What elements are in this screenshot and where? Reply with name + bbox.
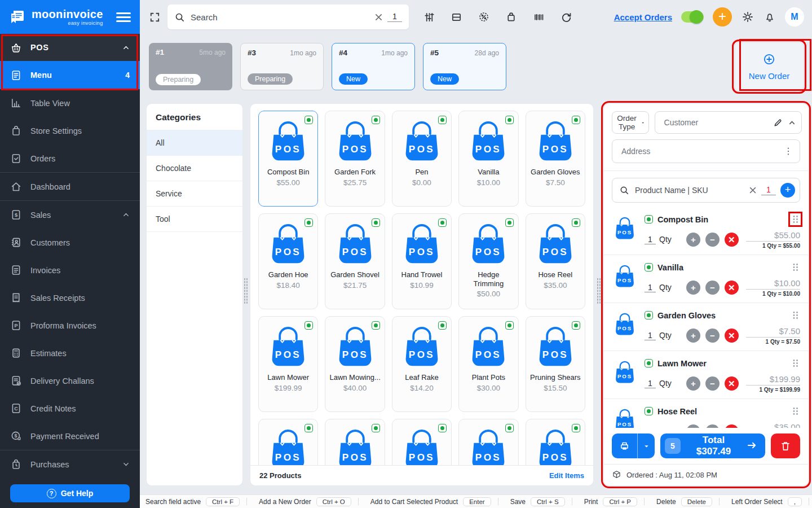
product-card-partial[interactable]: POS bbox=[392, 419, 452, 465]
accept-orders-link[interactable]: Accept Orders bbox=[614, 12, 672, 22]
product-card-pen[interactable]: POS Pen $0.00 bbox=[392, 111, 452, 207]
decrease-qty-button[interactable]: − bbox=[705, 233, 720, 247]
category-all[interactable]: All bbox=[147, 130, 242, 156]
get-help-button[interactable]: ? Get Help bbox=[10, 484, 130, 502]
category-service[interactable]: Service bbox=[147, 181, 242, 207]
refresh-icon[interactable] bbox=[561, 11, 572, 23]
increase-qty-button[interactable]: + bbox=[686, 376, 700, 391]
remove-item-button[interactable]: ✕ bbox=[725, 281, 739, 295]
decrease-qty-button[interactable]: − bbox=[705, 329, 720, 343]
quantity-input[interactable]: 1 bbox=[645, 283, 656, 292]
edit-items-link[interactable]: Edit Items bbox=[549, 471, 584, 480]
total-button[interactable]: 5 Total $307.49 bbox=[660, 433, 765, 458]
remove-item-button[interactable]: ✕ bbox=[725, 329, 739, 343]
print-options-button[interactable] bbox=[638, 433, 655, 458]
product-card-garden-gloves[interactable]: POS Garden Gloves $7.50 bbox=[526, 111, 585, 207]
quantity-field[interactable]: 1 Qty bbox=[645, 283, 672, 292]
product-card-partial[interactable]: POS bbox=[526, 419, 585, 465]
remove-item-button[interactable]: ✕ bbox=[725, 376, 739, 391]
sidebar-item-table-view[interactable]: Table View bbox=[0, 89, 140, 117]
product-card-lawn-mower[interactable]: POS Lawn Mower $199.99 bbox=[258, 316, 318, 412]
panel-resize-handle-left[interactable] bbox=[244, 278, 248, 304]
delete-order-button[interactable] bbox=[771, 433, 800, 458]
clear-search-icon[interactable] bbox=[374, 13, 383, 21]
quantity-input[interactable]: 1 bbox=[645, 235, 656, 244]
decrease-qty-button[interactable]: − bbox=[705, 376, 720, 391]
quantity-field[interactable]: 1 Qty bbox=[645, 235, 672, 244]
address-field[interactable]: ⋮ bbox=[612, 139, 800, 163]
sidebar-item-orders[interactable]: Orders bbox=[0, 144, 140, 172]
panel-resize-handle-right[interactable] bbox=[597, 278, 601, 304]
product-search-box[interactable]: 1 + bbox=[612, 178, 800, 203]
product-search-input[interactable] bbox=[634, 185, 744, 195]
sidebar-item-sales[interactable]: $ Sales bbox=[0, 201, 140, 229]
product-card-vanilla[interactable]: POS Vanilla $10.00 bbox=[458, 111, 518, 207]
sidebar-item-pos[interactable]: POS bbox=[0, 34, 140, 61]
notifications-bell-icon[interactable] bbox=[764, 11, 776, 23]
product-card-lawn-mowing[interactable]: POS Lawn Mowing... $40.00 bbox=[325, 316, 385, 412]
product-card-garden-fork[interactable]: POS Garden Fork $25.75 bbox=[325, 111, 385, 207]
product-card-partial[interactable]: POS bbox=[325, 419, 385, 465]
rows-layout-icon[interactable] bbox=[451, 11, 462, 23]
product-card-pruning-shears[interactable]: POS Pruning Shears $15.50 bbox=[526, 316, 585, 412]
edit-customer-pencil-icon[interactable] bbox=[773, 118, 783, 128]
quantity-field[interactable]: 1 Qty bbox=[645, 379, 672, 388]
product-card-partial[interactable]: POS bbox=[258, 419, 318, 465]
sidebar-item-purchases[interactable]: Purchases bbox=[0, 450, 140, 478]
fullscreen-icon[interactable] bbox=[149, 11, 161, 23]
search-qty-input[interactable]: 1 bbox=[387, 12, 402, 22]
drag-handle-icon[interactable] bbox=[791, 358, 800, 369]
category-tool[interactable]: Tool bbox=[147, 207, 242, 232]
product-card-hedge-trimming[interactable]: POS Hedge Trimming $50.00 bbox=[458, 213, 518, 309]
order-card-5[interactable]: #5 28d ago New bbox=[423, 43, 506, 90]
increase-qty-button[interactable]: + bbox=[686, 329, 700, 343]
sidebar-item-customers[interactable]: Customers bbox=[0, 229, 140, 256]
settings-gear-icon[interactable] bbox=[741, 10, 754, 24]
sidebar-item-delivery-challans[interactable]: Delivery Challans bbox=[0, 367, 140, 395]
product-card-plant-pots[interactable]: POS Plant Pots $30.00 bbox=[458, 316, 518, 412]
search-input[interactable] bbox=[189, 12, 370, 23]
customer-field[interactable] bbox=[655, 111, 802, 134]
add-product-button[interactable]: + bbox=[780, 183, 795, 198]
sidebar-item-invoices[interactable]: Invoices bbox=[0, 256, 140, 284]
customer-input[interactable] bbox=[663, 117, 767, 128]
collapse-chevron-icon[interactable] bbox=[788, 119, 796, 126]
sidebar-item-sales-receipts[interactable]: Sales Receipts bbox=[0, 284, 140, 312]
drag-handle-icon[interactable] bbox=[791, 406, 800, 417]
increase-qty-button[interactable]: + bbox=[686, 233, 700, 247]
order-card-4[interactable]: #4 1mo ago New bbox=[332, 43, 415, 90]
accept-orders-toggle[interactable] bbox=[681, 11, 704, 23]
new-order-button[interactable]: New Order bbox=[735, 43, 803, 90]
sidebar-item-store-settings[interactable]: Store Settings bbox=[0, 117, 140, 144]
product-card-hand-trowel[interactable]: POS Hand Trowel $10.99 bbox=[392, 213, 452, 309]
product-card-leaf-rake[interactable]: POS Leaf Rake $14.20 bbox=[392, 316, 452, 412]
user-avatar[interactable]: M bbox=[785, 7, 804, 27]
hamburger-menu-icon[interactable] bbox=[116, 10, 131, 24]
product-search-qty-input[interactable]: 1 bbox=[761, 185, 776, 195]
drag-handle-icon[interactable] bbox=[791, 310, 800, 321]
discount-icon[interactable] bbox=[478, 11, 490, 23]
address-input[interactable] bbox=[620, 146, 777, 156]
drag-handle-icon[interactable] bbox=[791, 262, 800, 273]
order-card-1[interactable]: #1 5mo ago Preparing bbox=[149, 43, 232, 90]
print-button[interactable] bbox=[612, 433, 638, 458]
filters-icon[interactable] bbox=[423, 11, 435, 23]
sidebar-item-credit-notes[interactable]: C Credit Notes bbox=[0, 395, 140, 422]
order-card-3[interactable]: #3 1mo ago Preparing bbox=[240, 43, 324, 90]
increase-qty-button[interactable]: + bbox=[686, 281, 700, 295]
sidebar-item-menu[interactable]: Menu 4 bbox=[0, 61, 140, 89]
sidebar-item-proforma-invoices[interactable]: P Proforma Invoices bbox=[0, 312, 140, 339]
order-type-dropdown[interactable]: Order Type bbox=[612, 111, 649, 134]
remove-item-button[interactable]: ✕ bbox=[725, 233, 739, 247]
product-card-compost-bin[interactable]: POS Compost Bin $55.00 bbox=[258, 111, 318, 207]
sidebar-item-payment-received[interactable]: $ Payment Received bbox=[0, 422, 140, 450]
product-card-garden-shovel[interactable]: POS Garden Shovel $21.75 bbox=[325, 213, 385, 309]
add-new-plus-button[interactable]: + bbox=[713, 7, 732, 27]
address-options-kebab-icon[interactable]: ⋮ bbox=[782, 147, 795, 156]
drag-handle-icon[interactable] bbox=[791, 214, 800, 225]
clear-product-search-icon[interactable] bbox=[749, 186, 757, 194]
sidebar-item-dashboard[interactable]: Dashboard bbox=[0, 173, 140, 200]
barcode-icon[interactable] bbox=[532, 11, 545, 23]
shopping-bag-icon[interactable] bbox=[505, 11, 517, 23]
quantity-input[interactable]: 1 bbox=[645, 331, 656, 340]
